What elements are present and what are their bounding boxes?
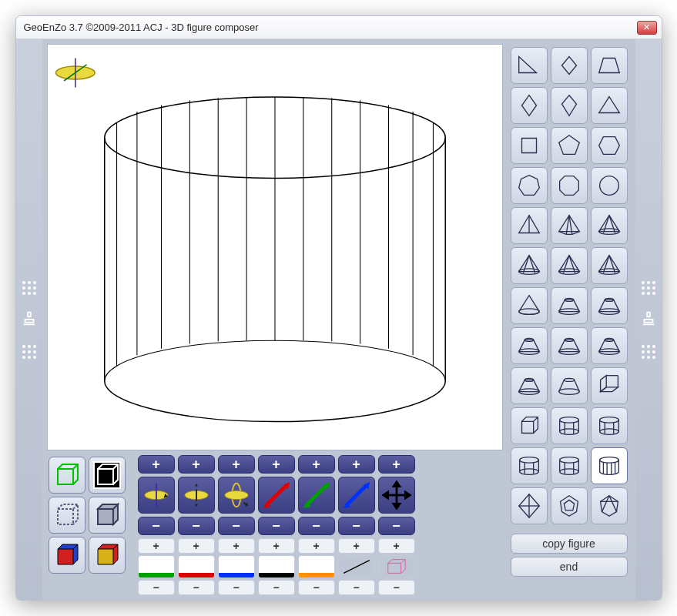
render-wire-dashed[interactable] — [49, 497, 85, 534]
shape-trapezoid[interactable] — [591, 47, 628, 84]
shape-frustum-cone[interactable] — [551, 367, 588, 404]
move-icon[interactable] — [378, 477, 415, 514]
cube-preview-swatch[interactable] — [378, 555, 415, 578]
svg-marker-33 — [598, 59, 619, 73]
minus-small[interactable]: − — [218, 580, 255, 595]
green-swatch[interactable] — [138, 555, 175, 578]
rotate-y-icon[interactable] — [178, 477, 215, 514]
left-rail[interactable] — [16, 39, 42, 600]
scale-z-icon[interactable] — [338, 477, 375, 514]
plus-small[interactable]: + — [338, 538, 375, 554]
svg-point-95 — [559, 429, 578, 435]
scale-y-icon[interactable] — [298, 477, 335, 514]
minus-button[interactable]: − — [338, 517, 375, 535]
minus-button[interactable]: − — [138, 517, 175, 535]
plus-button[interactable]: + — [298, 455, 335, 474]
right-rail[interactable] — [635, 39, 662, 600]
shape-dodecahedron[interactable] — [551, 487, 588, 524]
minus-small[interactable]: − — [138, 580, 175, 595]
plus-button[interactable]: + — [178, 455, 215, 474]
shape-pentagonal-prism[interactable] — [551, 407, 588, 444]
line-style-swatch[interactable] — [338, 555, 375, 578]
shape-heptagonal-pyramid[interactable] — [551, 247, 588, 284]
shape-hexagon[interactable] — [591, 127, 628, 164]
plus-button[interactable]: + — [338, 455, 375, 474]
svg-point-42 — [599, 176, 618, 196]
copy-figure-button[interactable]: copy figure — [511, 534, 628, 554]
render-wire-hidden[interactable] — [89, 497, 126, 534]
close-icon: ✕ — [643, 22, 650, 32]
plus-small[interactable]: + — [178, 538, 215, 554]
shape-heptagon[interactable] — [511, 167, 548, 204]
shape-square-pyramid[interactable] — [551, 207, 588, 244]
plus-button[interactable]: + — [378, 455, 415, 474]
plus-button[interactable]: + — [258, 455, 295, 474]
minus-button[interactable]: − — [298, 517, 335, 535]
plus-small[interactable]: + — [138, 538, 175, 554]
scale-x-icon[interactable] — [258, 477, 295, 514]
shapes-panel: copy figure end — [508, 44, 631, 595]
shape-right-triangle[interactable] — [511, 47, 548, 84]
minus-button[interactable]: − — [378, 517, 415, 535]
shape-pentagon[interactable] — [551, 127, 588, 164]
plus-small[interactable]: + — [378, 538, 415, 554]
shape-icosahedron[interactable] — [591, 487, 628, 524]
window-title: GeoEnZo 3.7 ©2009-2011 ACJ - 3D figure c… — [24, 22, 637, 33]
plus-button[interactable]: + — [138, 455, 175, 474]
shape-hexagonal-pyramid[interactable] — [511, 247, 548, 284]
plus-small[interactable]: + — [258, 538, 295, 554]
shape-frustum-square[interactable] — [591, 287, 628, 324]
render-solid-color[interactable] — [49, 537, 85, 574]
shape-cylinder[interactable] — [591, 447, 628, 484]
close-button[interactable]: ✕ — [637, 21, 657, 35]
minus-small[interactable]: − — [298, 580, 335, 595]
red-swatch[interactable] — [178, 555, 215, 578]
shape-frustum-hept[interactable] — [591, 327, 628, 364]
shape-heptagonal-prism[interactable] — [511, 447, 548, 484]
svg-marker-35 — [561, 95, 576, 116]
orange-swatch[interactable] — [298, 555, 335, 578]
shape-rhombus[interactable] — [551, 47, 588, 84]
shape-frustum-tri[interactable] — [551, 287, 588, 324]
shape-cube[interactable] — [511, 407, 548, 444]
minus-small[interactable]: − — [378, 580, 415, 595]
rotate-z-icon[interactable] — [138, 477, 175, 514]
shape-cone[interactable] — [511, 287, 548, 324]
plus-button[interactable]: + — [218, 455, 255, 474]
shape-frustum-oct[interactable] — [511, 367, 548, 404]
shape-octagonal-pyramid[interactable] — [591, 247, 628, 284]
shape-tetrahedron[interactable] — [511, 207, 548, 244]
svg-point-106 — [519, 457, 538, 464]
shape-octahedron[interactable] — [511, 487, 548, 524]
shape-octagon[interactable] — [551, 167, 588, 204]
plus-small[interactable]: + — [298, 538, 335, 554]
shape-frustum-hex[interactable] — [551, 327, 588, 364]
rotate-x-icon[interactable] — [218, 477, 255, 514]
shape-frustum-pent[interactable] — [511, 327, 548, 364]
minus-button[interactable]: − — [218, 517, 255, 535]
minus-button[interactable]: − — [258, 517, 295, 535]
black-swatch[interactable] — [258, 555, 295, 578]
minus-button[interactable]: − — [178, 517, 215, 535]
shape-kite[interactable] — [551, 87, 588, 124]
shape-pentagonal-pyramid[interactable] — [591, 207, 628, 244]
minus-small[interactable]: − — [178, 580, 215, 595]
shape-triangle[interactable] — [591, 87, 628, 124]
blue-swatch[interactable] — [218, 555, 255, 578]
end-button[interactable]: end — [511, 557, 628, 577]
minus-small[interactable]: − — [258, 580, 295, 595]
svg-marker-41 — [559, 176, 578, 196]
shape-diamond[interactable] — [511, 87, 548, 124]
canvas-3d[interactable] — [47, 44, 503, 450]
plus-small[interactable]: + — [218, 538, 255, 554]
shape-octagonal-prism[interactable] — [551, 447, 588, 484]
shape-hexagonal-prism[interactable] — [591, 407, 628, 444]
minus-small[interactable]: − — [338, 580, 375, 595]
render-wire-black[interactable] — [89, 457, 126, 494]
shape-square[interactable] — [511, 127, 548, 164]
render-wire-green[interactable] — [49, 457, 85, 494]
render-solid-shade[interactable] — [89, 537, 126, 574]
shape-wedge-prism[interactable] — [591, 367, 628, 404]
shapes-grid — [508, 44, 631, 527]
shape-circle[interactable] — [591, 167, 628, 204]
